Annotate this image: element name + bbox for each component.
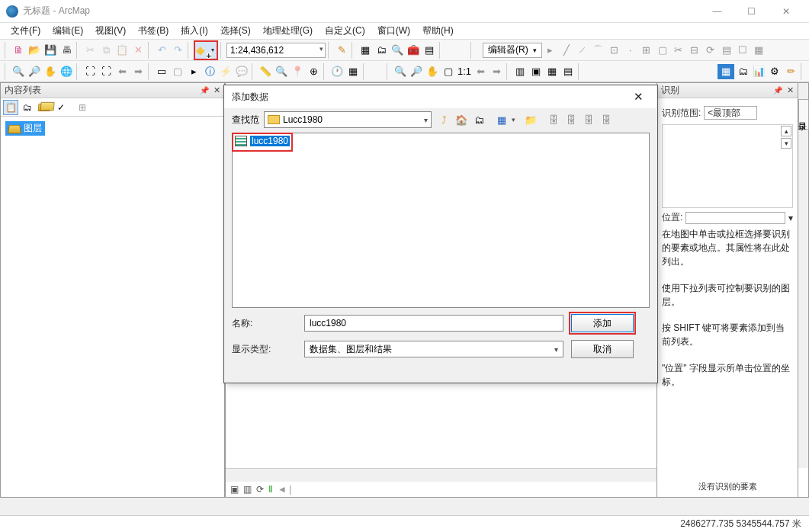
catalog-icon[interactable]: 🗂 xyxy=(374,43,389,58)
add-data-button[interactable]: ▾ xyxy=(194,40,218,60)
list-by-source-icon[interactable]: 🗂 xyxy=(20,100,35,115)
rotate-icon[interactable]: ⟳ xyxy=(703,43,718,58)
layer-icon-2[interactable]: 📊 xyxy=(751,64,766,79)
create-features-icon[interactable]: ▦ xyxy=(751,43,766,58)
georeferencing-icon[interactable]: ▦ xyxy=(718,64,734,79)
change-layout-icon[interactable]: ▦ xyxy=(544,64,560,79)
close-button[interactable]: ✕ xyxy=(769,0,803,23)
up-one-level-icon[interactable]: ⤴ xyxy=(436,112,451,127)
add-button[interactable]: 添加 xyxy=(571,314,634,332)
split-icon[interactable]: ⊟ xyxy=(687,43,702,58)
undo-icon[interactable]: ↶ xyxy=(154,43,169,58)
catalog-tab[interactable]: 目录 xyxy=(798,99,809,130)
dialog-close-button[interactable]: ✕ xyxy=(627,85,650,108)
identify-tree-collapse-icon[interactable]: ▾ xyxy=(781,138,791,149)
identify-tree-expand-icon[interactable]: ▴ xyxy=(781,126,791,136)
menu-windows[interactable]: 窗口(W) xyxy=(371,23,416,39)
identify-tree[interactable]: ▴ ▾ xyxy=(662,124,793,208)
identify-location-units-icon[interactable]: ▾ xyxy=(788,213,793,223)
layout-zoom-out-icon[interactable]: 🔎 xyxy=(409,64,424,79)
menu-insert[interactable]: 插入(I) xyxy=(175,23,213,39)
forward-extent-icon[interactable]: ➡ xyxy=(130,64,146,79)
new-personal-gdb-icon[interactable]: 🗄 xyxy=(563,112,579,127)
arctoolbox-icon[interactable]: 🧰 xyxy=(406,43,421,58)
reshape-icon[interactable]: ▢ xyxy=(655,43,670,58)
edit-annotation-icon[interactable]: ╱ xyxy=(559,43,574,58)
menu-file[interactable]: 文件(F) xyxy=(5,23,47,39)
menu-geoprocessing[interactable]: 地理处理(G) xyxy=(257,23,319,39)
edit-icon[interactable]: ✏ xyxy=(783,64,798,79)
chevron-down-icon[interactable]: ▾ xyxy=(319,45,323,53)
layout-forward-icon[interactable]: ➡ xyxy=(489,64,504,79)
save-icon[interactable]: 💾 xyxy=(43,43,58,58)
trace-icon[interactable]: ⊡ xyxy=(607,43,622,58)
model-builder-icon[interactable]: ⚙ xyxy=(767,64,782,79)
new-file-gdb-icon[interactable]: 🗄 xyxy=(546,112,561,127)
layout-zoom-in-icon[interactable]: 🔍 xyxy=(393,64,408,79)
maximize-button[interactable]: ☐ xyxy=(734,0,769,23)
close-toc-icon[interactable]: ✕ xyxy=(213,85,220,95)
find-route-icon[interactable]: 📍 xyxy=(290,64,305,79)
point-icon[interactable]: · xyxy=(623,43,638,58)
lookin-folder-select[interactable]: Lucc1980 ▾ xyxy=(264,111,432,128)
list-by-drawing-order-icon[interactable]: 📋 xyxy=(3,100,18,115)
editor-dropdown[interactable]: 编辑器(R) ▾ xyxy=(483,43,542,58)
name-input[interactable]: lucc1980 xyxy=(304,315,563,332)
menu-customize[interactable]: 自定义(C) xyxy=(319,23,371,39)
close-identify-icon[interactable]: ✕ xyxy=(787,85,794,95)
python-icon[interactable]: ▤ xyxy=(422,43,437,58)
refresh-icon[interactable]: ⟳ xyxy=(256,484,264,495)
zoom-out-icon[interactable]: 🔎 xyxy=(27,64,42,79)
select-elements-icon[interactable]: ▸ xyxy=(186,64,201,79)
pin-identify-icon[interactable]: 📌 xyxy=(773,86,782,95)
copy-icon[interactable]: ⧉ xyxy=(98,43,114,58)
create-viewer-icon[interactable]: ▦ xyxy=(345,64,361,79)
fixed-zoom-out-icon[interactable]: ⛶ xyxy=(98,64,114,79)
menu-edit[interactable]: 编辑(E) xyxy=(47,23,89,39)
list-view-icon[interactable]: ▦ xyxy=(494,112,509,127)
layout-view-tab[interactable]: ▥ xyxy=(243,484,252,495)
menu-help[interactable]: 帮助(H) xyxy=(416,23,460,39)
measure-icon[interactable]: 📏 xyxy=(258,64,273,79)
time-slider-icon[interactable]: 🕐 xyxy=(329,64,345,79)
layout-whole-icon[interactable]: ▢ xyxy=(441,64,456,79)
layers-root-item[interactable]: 图层 xyxy=(5,121,45,136)
html-popup-icon[interactable]: 💬 xyxy=(234,64,249,79)
type-select[interactable]: 数据集、图层和结果 ▾ xyxy=(304,341,563,357)
cancel-button[interactable]: 取消 xyxy=(571,340,634,358)
scale-combo[interactable]: 1:24,436,612 ▾ xyxy=(226,43,326,58)
redo-icon[interactable]: ↷ xyxy=(170,43,185,58)
menu-bookmarks[interactable]: 书签(B) xyxy=(132,23,175,39)
menu-selection[interactable]: 选择(S) xyxy=(214,23,257,39)
chevron-down-icon[interactable]: ▾ xyxy=(554,345,558,354)
print-icon[interactable]: 🖶 xyxy=(59,43,74,58)
cut-icon[interactable]: ✂ xyxy=(82,43,98,58)
search-icon[interactable]: 🔍 xyxy=(390,43,405,58)
chevron-down-icon[interactable]: ▾ xyxy=(424,116,428,124)
new-folder-icon[interactable]: 📁 xyxy=(523,112,538,127)
focus-data-frame-icon[interactable]: ▣ xyxy=(528,64,544,79)
options-icon[interactable]: ⊞ xyxy=(75,100,90,115)
arc-segment-icon[interactable]: ⌒ xyxy=(591,43,606,58)
layer-icon-1[interactable]: 🗂 xyxy=(735,64,750,79)
new-doc-icon[interactable]: 🗎 xyxy=(11,43,26,58)
list-by-visibility-icon[interactable] xyxy=(37,100,52,115)
find-icon[interactable]: 🔍 xyxy=(274,64,289,79)
cut-polygons-icon[interactable]: ✂ xyxy=(671,43,686,58)
edit-vertices-icon[interactable]: ⊞ xyxy=(639,43,654,58)
edit-tool-icon[interactable]: ▸ xyxy=(543,43,558,58)
attributes-icon[interactable]: ▤ xyxy=(719,43,734,58)
layout-pan-icon[interactable]: ✋ xyxy=(425,64,440,79)
toolbars-icon[interactable]: ▦ xyxy=(358,43,373,58)
identify-range-select[interactable]: <最顶部 xyxy=(704,106,757,120)
clear-selection-icon[interactable]: ▢ xyxy=(170,64,185,79)
add-connection-icon[interactable]: 🗄 xyxy=(581,112,596,127)
select-features-icon[interactable]: ▭ xyxy=(154,64,169,79)
home-icon[interactable]: 🏠 xyxy=(454,112,469,127)
data-view-tab[interactable]: ▣ xyxy=(230,484,239,495)
fixed-zoom-in-icon[interactable]: ⛶ xyxy=(82,64,98,79)
zoom-in-icon[interactable]: 🔍 xyxy=(11,64,26,79)
delete-icon[interactable]: ✕ xyxy=(130,43,146,58)
pause-drawing-icon[interactable]: Ⅱ xyxy=(268,484,273,495)
editor-toolbar-icon[interactable]: ✎ xyxy=(334,43,349,58)
